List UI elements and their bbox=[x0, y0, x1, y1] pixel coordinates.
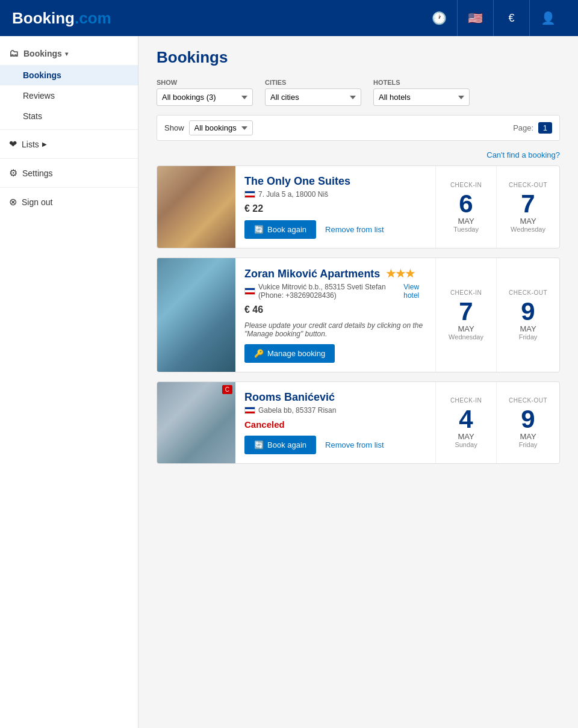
filter-cities-label: CITIES bbox=[265, 79, 361, 86]
hotel-address-1: 7. Jula 5 a, 18000 Niš bbox=[244, 190, 426, 199]
sidebar-item-lists[interactable]: ❤ Lists ▶ bbox=[0, 133, 138, 155]
checkout-weekday-2: Friday bbox=[519, 333, 538, 341]
checkin-month-2: MAY bbox=[458, 324, 474, 333]
booking-image-1 bbox=[157, 166, 235, 248]
currency-icon-btn[interactable]: € bbox=[494, 0, 530, 36]
sidebar-item-stats[interactable]: Stats bbox=[0, 106, 138, 126]
checkout-weekday-3: Friday bbox=[519, 441, 538, 448]
hotel-name-link-1[interactable]: The Only One Suites bbox=[244, 175, 350, 187]
sidebar-item-signout[interactable]: ⊗ Sign out bbox=[0, 191, 138, 213]
currency-icon: € bbox=[508, 12, 514, 25]
filter-show: SHOW All bookings (3) Upcoming Past Canc… bbox=[157, 79, 253, 106]
manage-booking-button-2[interactable]: 🔑 Manage booking bbox=[244, 344, 335, 363]
checkout-day-2: 9 bbox=[521, 299, 535, 324]
booking-dates-2: CHECK-IN 7 MAY Wednesday CHECK-OUT 9 MAY… bbox=[435, 258, 559, 372]
checkout-weekday-1: Wednesday bbox=[511, 226, 545, 233]
checkout-month-3: MAY bbox=[520, 432, 536, 441]
page-info: Page: 1 bbox=[513, 122, 552, 134]
card-actions-3: 🔄 Book again Remove from list bbox=[244, 436, 426, 454]
booking-dates-3: CHECK-IN 4 MAY Sunday CHECK-OUT 9 MAY Fr… bbox=[435, 382, 559, 463]
hotel-price-1: € 22 bbox=[244, 203, 426, 214]
card-actions-1: 🔄 Book again Remove from list bbox=[244, 220, 426, 239]
checkout-day-1: 7 bbox=[521, 191, 535, 217]
warning-text-2: Please update your credit card details b… bbox=[244, 321, 426, 338]
sidebar-item-bookings[interactable]: Bookings bbox=[0, 65, 138, 85]
checkout-box-3: CHECK-OUT 9 MAY Friday bbox=[496, 382, 559, 463]
logo-booking: Booking bbox=[12, 9, 75, 27]
flag-icon-btn[interactable]: 🇺🇸 bbox=[458, 0, 494, 36]
hotel-price-2: € 46 bbox=[244, 304, 426, 315]
filter-hotels-select[interactable]: All hotels bbox=[373, 88, 470, 106]
hotel-name-link-2[interactable]: Zoran Miković Apartments ★★★ bbox=[244, 268, 415, 280]
book-icon-3: 🔄 bbox=[254, 440, 264, 449]
canceled-tag-3: C bbox=[222, 385, 232, 394]
filter-hotels-label: HOTELS bbox=[373, 79, 470, 86]
flag-serbia-2 bbox=[244, 288, 255, 295]
booking-card-3: C Rooms Banićević Gabela bb, 85337 Risan… bbox=[157, 381, 560, 464]
page-label: Page: bbox=[513, 123, 533, 132]
hotel-name-1: The Only One Suites bbox=[244, 175, 426, 188]
show-row: Show All bookings Upcoming Past Canceled… bbox=[157, 115, 560, 141]
book-icon-1: 🔄 bbox=[254, 225, 264, 234]
hotel-name-2: Zoran Miković Apartments ★★★ bbox=[244, 267, 426, 280]
sidebar: 🗂 Bookings ▾ Bookings Reviews Stats ❤ Li… bbox=[0, 36, 138, 728]
card-actions-2: 🔑 Manage booking bbox=[244, 344, 426, 363]
hotel-address-2: Vukice Mitrović b.b., 85315 Sveti Stefan… bbox=[244, 283, 426, 300]
filter-show-select[interactable]: All bookings (3) Upcoming Past Canceled bbox=[157, 88, 253, 106]
page-number: 1 bbox=[538, 122, 552, 134]
sidebar-bookings-label: Bookings bbox=[23, 49, 62, 58]
booking-dates-1: CHECK-IN 6 MAY Tuesday CHECK-OUT 7 MAY W… bbox=[435, 166, 559, 248]
remove-from-list-link-1[interactable]: Remove from list bbox=[325, 225, 384, 234]
view-hotel-link-2[interactable]: View hotel bbox=[403, 283, 426, 300]
lists-arrow-icon: ▶ bbox=[42, 141, 47, 147]
filter-cities-select[interactable]: All cities bbox=[265, 88, 361, 106]
sidebar-bookings-header[interactable]: 🗂 Bookings ▾ bbox=[0, 42, 138, 65]
chevron-down-icon: ▾ bbox=[65, 51, 68, 57]
book-again-button-1[interactable]: 🔄 Book again bbox=[244, 220, 316, 239]
booking-info-1: The Only One Suites 7. Jula 5 a, 18000 N… bbox=[235, 166, 435, 248]
settings-icon: ⚙ bbox=[9, 167, 17, 179]
checkin-label-2: CHECK-IN bbox=[450, 289, 482, 296]
header: Booking.com 🕐 🇺🇸 € 👤 bbox=[0, 0, 578, 36]
sidebar-divider bbox=[0, 129, 138, 130]
checkout-box-1: CHECK-OUT 7 MAY Wednesday bbox=[496, 166, 559, 248]
checkin-day-2: 7 bbox=[459, 299, 473, 324]
sidebar-item-settings[interactable]: ⚙ Settings bbox=[0, 162, 138, 184]
user-icon-btn[interactable]: 👤 bbox=[530, 0, 566, 36]
show-row-select[interactable]: All bookings Upcoming Past Canceled bbox=[189, 120, 253, 135]
header-icons: 🕐 🇺🇸 € 👤 bbox=[421, 0, 566, 36]
cant-find-link[interactable]: Can't find a booking? bbox=[486, 150, 560, 159]
booking-image-2 bbox=[157, 258, 235, 372]
flag-serbia-1 bbox=[244, 191, 255, 198]
checkin-label-3: CHECK-IN bbox=[450, 397, 482, 404]
signout-icon: ⊗ bbox=[9, 196, 17, 208]
book-again-button-3[interactable]: 🔄 Book again bbox=[244, 436, 316, 454]
filters-row: SHOW All bookings (3) Upcoming Past Canc… bbox=[157, 79, 560, 106]
checkout-label-1: CHECK-OUT bbox=[509, 182, 547, 188]
booking-info-2: Zoran Miković Apartments ★★★ Vukice Mitr… bbox=[235, 258, 435, 372]
checkin-box-3: CHECK-IN 4 MAY Sunday bbox=[436, 382, 496, 463]
checkin-month-3: MAY bbox=[458, 432, 474, 441]
hotel-name-3: Rooms Banićević bbox=[244, 391, 426, 404]
checkout-day-3: 9 bbox=[521, 407, 535, 432]
sidebar-item-reviews[interactable]: Reviews bbox=[0, 85, 138, 106]
main-layout: 🗂 Bookings ▾ Bookings Reviews Stats ❤ Li… bbox=[0, 36, 578, 728]
stars-2: ★★★ bbox=[386, 268, 415, 280]
remove-from-list-link-3[interactable]: Remove from list bbox=[325, 440, 384, 449]
checkin-month-1: MAY bbox=[458, 217, 474, 226]
show-select-group: Show All bookings Upcoming Past Canceled bbox=[164, 120, 253, 135]
checkout-month-2: MAY bbox=[520, 324, 536, 333]
booking-card-1: The Only One Suites 7. Jula 5 a, 18000 N… bbox=[157, 165, 560, 248]
booking-info-3: Rooms Banićević Gabela bb, 85337 Risan C… bbox=[235, 382, 435, 463]
hotel-name-link-3[interactable]: Rooms Banićević bbox=[244, 391, 335, 403]
checkout-month-1: MAY bbox=[520, 217, 536, 226]
booking-image-3: C bbox=[157, 382, 235, 463]
checkout-label-3: CHECK-OUT bbox=[509, 397, 547, 404]
checkout-box-2: CHECK-OUT 9 MAY Friday bbox=[496, 258, 559, 372]
cant-find: Can't find a booking? bbox=[157, 150, 560, 159]
checkin-label-1: CHECK-IN bbox=[450, 182, 482, 188]
user-icon: 👤 bbox=[541, 11, 556, 25]
clock-icon-btn[interactable]: 🕐 bbox=[421, 0, 458, 36]
lists-icon: ❤ bbox=[9, 138, 17, 150]
clock-icon: 🕐 bbox=[432, 11, 447, 25]
